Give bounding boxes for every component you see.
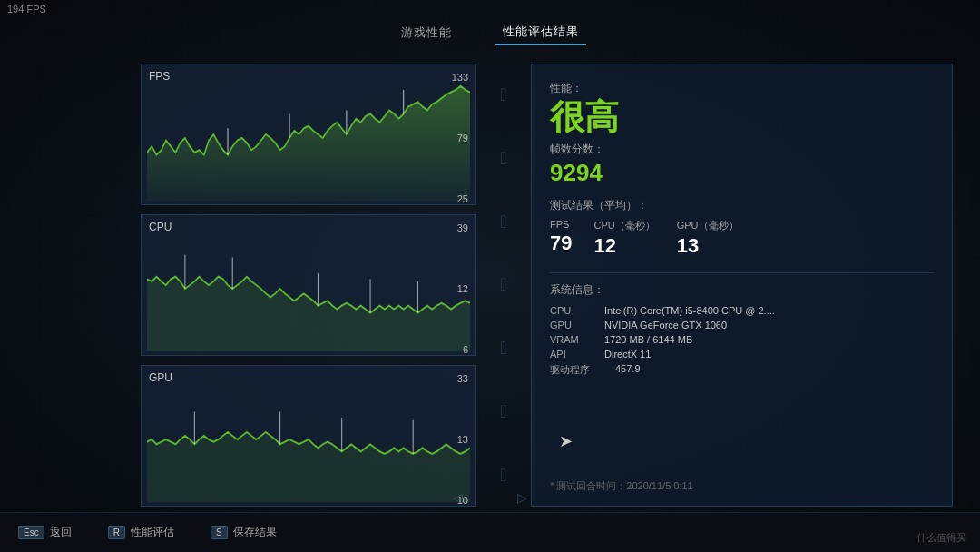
deco-2: 𓃭 (500, 148, 506, 169)
cursor: ➤ (559, 431, 573, 451)
deco-7: 𓆙 (500, 465, 506, 486)
deco-6: 𓇋 (500, 401, 506, 422)
avg-gpu-value: 13 (677, 234, 739, 258)
sys-row-gpu: GPU NVIDIA GeForce GTX 1060 (550, 320, 934, 330)
fps-mid: 79 (457, 133, 468, 143)
save-label: 保存结果 (233, 525, 277, 540)
sys-val-gpu: NVIDIA GeForce GTX 1060 (604, 320, 727, 330)
perf-rating: 很高 (550, 100, 934, 134)
back-label: 返回 (50, 525, 72, 540)
avg-fps-value: 79 (550, 232, 572, 255)
back-button[interactable]: Esc 返回 (18, 525, 72, 540)
sys-key-gpu: GPU (550, 320, 604, 330)
avg-gpu-label: GPU（毫秒） (677, 219, 739, 232)
scroll-right-arrow[interactable]: ▷ (517, 490, 527, 505)
tab-perf-result[interactable]: 性能评估结果 (495, 20, 586, 45)
avg-fps: FPS 79 (550, 219, 572, 258)
sys-row-vram: VRAM 1720 MB / 6144 MB (550, 334, 934, 345)
cpu-max: 39 (457, 222, 468, 233)
charts-panel: FPS 133 79 25 (141, 64, 476, 507)
fps-counter: 194 FPS (7, 4, 46, 15)
sys-row-cpu: CPU Intel(R) Core(TM) i5-8400 CPU @ 2...… (550, 305, 934, 316)
divider (550, 272, 934, 273)
avg-cpu-label: CPU（毫秒） (593, 219, 654, 232)
cpu-mid: 12 (457, 283, 468, 294)
perf-label: 性能评估 (131, 525, 174, 540)
test-time: * 测试回合时间：2020/11/5 0:11 (550, 479, 693, 493)
avg-label: 测试结果（平均）： (550, 198, 934, 213)
gpu-chart-values: 33 13 10 (457, 370, 468, 509)
sys-label: 系统信息： (550, 282, 934, 298)
sys-row-api: API DirectX 11 (550, 349, 934, 360)
sys-key-api: API (550, 349, 604, 360)
tab-game-perf[interactable]: 游戏性能 (394, 21, 459, 44)
cpu-min: 6 (463, 344, 468, 355)
middle-deco: 𓂀 𓃭 𓆣 𓅓 𓂋 𓇋 𓆙 (481, 64, 526, 507)
avg-cpu-value: 12 (593, 234, 654, 258)
deco-1: 𓂀 (500, 84, 506, 105)
avg-fps-label: FPS (550, 219, 572, 230)
top-nav: 游戏性能 性能评估结果 (394, 20, 586, 45)
fps-chart-svg (147, 68, 470, 201)
gpu-max: 33 (457, 373, 468, 384)
sys-row-driver: 驱动程序 457.9 (550, 363, 934, 377)
save-button[interactable]: S 保存结果 (211, 525, 277, 540)
avg-cpu: CPU（毫秒） 12 (593, 219, 654, 258)
deco-5: 𓂋 (500, 338, 506, 359)
score-value: 9294 (550, 159, 934, 187)
results-panel: 性能： 很高 帧数分数： 9294 测试结果（平均）： FPS 79 CPU（毫… (531, 64, 953, 507)
fps-chart-values: 133 79 25 (452, 68, 468, 208)
perf-eval-button[interactable]: R 性能评估 (108, 525, 174, 540)
save-key-badge: S (211, 526, 228, 539)
sys-val-vram: 1720 MB / 6144 MB (604, 334, 692, 345)
watermark: 什么值得买 (916, 531, 966, 545)
cpu-chart-svg (147, 219, 470, 351)
fps-min: 25 (457, 193, 468, 204)
avg-gpu: GPU（毫秒） 13 (677, 219, 739, 258)
perf-key-badge: R (108, 526, 125, 539)
cpu-chart-label: CPU (149, 221, 172, 233)
sys-val-cpu: Intel(R) Core(TM) i5-8400 CPU @ 2.... (604, 305, 775, 316)
deco-3: 𓆣 (500, 212, 506, 232)
sys-key-cpu: CPU (550, 305, 604, 316)
cpu-chart-values: 39 12 6 (457, 219, 468, 359)
sys-val-api: DirectX 11 (604, 349, 651, 360)
fps-max: 133 (452, 72, 468, 83)
sys-val-driver: 457.9 (615, 363, 641, 377)
perf-label: 性能： (550, 81, 934, 96)
scroll-arrows: ◁ ▷ (453, 490, 527, 505)
gpu-chart-container: GPU 33 13 10 (141, 365, 476, 507)
gpu-chart-label: GPU (149, 371, 172, 384)
cpu-chart-container: CPU 39 12 6 (141, 214, 476, 356)
scroll-left-arrow[interactable]: ◁ (453, 490, 463, 505)
back-key-badge: Esc (18, 526, 44, 539)
deco-4: 𓅓 (500, 274, 506, 295)
bottom-bar: Esc 返回 R 性能评估 S 保存结果 (0, 512, 980, 552)
gpu-mid: 13 (457, 434, 468, 445)
fps-chart-label: FPS (149, 70, 170, 83)
sys-key-vram: VRAM (550, 334, 604, 345)
score-label: 帧数分数： (550, 142, 934, 157)
sys-key-driver: 驱动程序 (550, 363, 615, 377)
fps-chart-container: FPS 133 79 25 (141, 64, 476, 205)
avg-row: FPS 79 CPU（毫秒） 12 GPU（毫秒） 13 (550, 219, 934, 258)
gpu-chart-svg (147, 370, 470, 502)
